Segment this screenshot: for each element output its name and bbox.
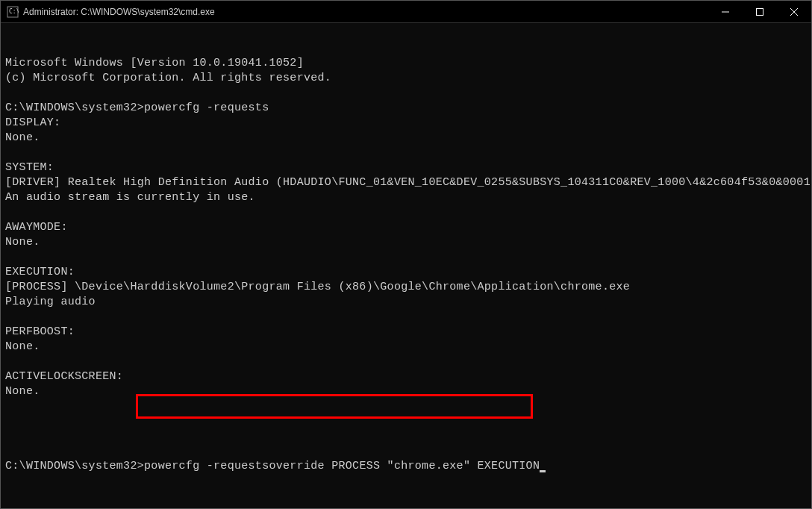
terminal-line: None. bbox=[5, 384, 807, 399]
window-controls bbox=[708, 1, 811, 22]
window-title: Administrator: C:\WINDOWS\system32\cmd.e… bbox=[23, 7, 708, 17]
close-button[interactable] bbox=[777, 1, 811, 22]
cmd-window: C:\ Administrator: C:\WINDOWS\system32\c… bbox=[0, 0, 812, 509]
terminal-line bbox=[5, 414, 807, 429]
terminal-line: PERFBOOST: bbox=[5, 325, 807, 340]
terminal-line: Microsoft Windows [Version 10.0.19041.10… bbox=[5, 56, 807, 71]
terminal-line bbox=[5, 86, 807, 101]
terminal-line bbox=[5, 399, 807, 414]
svg-text:C:\: C:\ bbox=[9, 8, 19, 15]
cursor bbox=[540, 470, 546, 472]
prompt-text: C:\WINDOWS\system32> bbox=[5, 460, 144, 472]
terminal-line: None. bbox=[5, 235, 807, 250]
terminal-line bbox=[5, 310, 807, 325]
terminal-line bbox=[5, 146, 807, 160]
current-command-text: powercfg -requestsoverride PROCESS "chro… bbox=[144, 460, 540, 472]
titlebar: C:\ Administrator: C:\WINDOWS\system32\c… bbox=[1, 1, 811, 23]
terminal-line: None. bbox=[5, 340, 807, 355]
terminal-line: Playing audio bbox=[5, 295, 807, 310]
terminal-line: C:\WINDOWS\system32>powercfg -requests bbox=[5, 101, 807, 116]
terminal-line: None. bbox=[5, 131, 807, 146]
terminal-line: SYSTEM: bbox=[5, 160, 807, 175]
current-prompt-line: C:\WINDOWS\system32>powercfg -requestsov… bbox=[5, 459, 807, 474]
maximize-button[interactable] bbox=[743, 1, 777, 22]
terminal-line: [DRIVER] Realtek High Definition Audio (… bbox=[5, 175, 807, 190]
terminal-line: EXECUTION: bbox=[5, 265, 807, 280]
terminal-line bbox=[5, 205, 807, 220]
terminal-line: ACTIVELOCKSCREEN: bbox=[5, 369, 807, 384]
minimize-button[interactable] bbox=[708, 1, 743, 22]
terminal-line bbox=[5, 250, 807, 265]
svg-rect-3 bbox=[757, 8, 763, 15]
cmd-icon: C:\ bbox=[7, 6, 19, 18]
terminal-output[interactable]: Microsoft Windows [Version 10.0.19041.10… bbox=[1, 23, 811, 508]
terminal-line: An audio stream is currently in use. bbox=[5, 190, 807, 205]
terminal-line bbox=[5, 355, 807, 369]
terminal-line: AWAYMODE: bbox=[5, 220, 807, 235]
terminal-line: [PROCESS] \Device\HarddiskVolume2\Progra… bbox=[5, 280, 807, 295]
terminal-line: DISPLAY: bbox=[5, 116, 807, 131]
terminal-line: (c) Microsoft Corporation. All rights re… bbox=[5, 71, 807, 86]
